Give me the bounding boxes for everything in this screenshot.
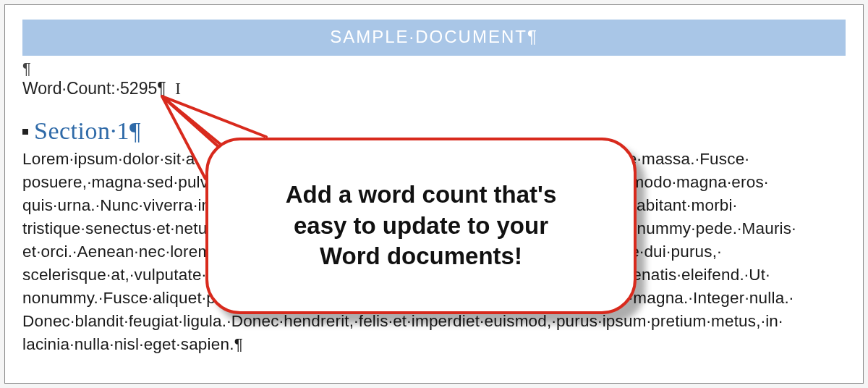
word-count-text: Word·Count:·5295¶ xyxy=(22,79,166,98)
word-count-line[interactable]: Word·Count:·5295¶ I xyxy=(22,79,846,98)
document-title-banner: SAMPLE·DOCUMENT¶ xyxy=(22,20,846,56)
pilcrow-mark: ¶ xyxy=(22,59,31,77)
section-collapse-marker-icon[interactable] xyxy=(22,129,28,135)
text-cursor-icon: I xyxy=(175,79,181,98)
section-heading-row: Section·1¶ xyxy=(22,117,846,145)
document-page: SAMPLE·DOCUMENT¶ ¶ Word·Count:·5295¶ I S… xyxy=(4,4,864,384)
section-heading-text: Section·1¶ xyxy=(34,117,141,144)
section-body[interactable]: Lorem·ipsum·dolor·sit·amet,·consectetuer… xyxy=(22,148,846,355)
section-body-text: Lorem·ipsum·dolor·sit·amet,·consectetuer… xyxy=(22,150,796,353)
empty-paragraph: ¶ xyxy=(22,60,846,77)
title-text: SAMPLE·DOCUMENT¶ xyxy=(330,27,538,46)
section-heading[interactable]: Section·1¶ xyxy=(34,117,141,145)
